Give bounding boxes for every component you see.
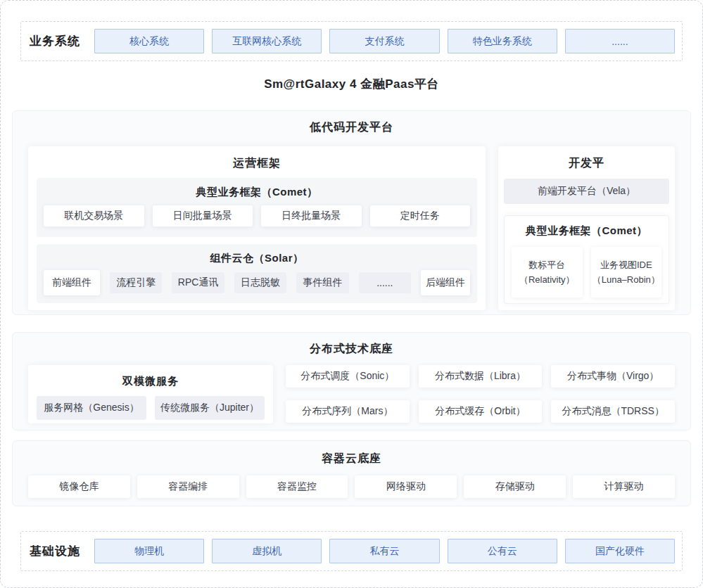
component-button-event[interactable]: 事件组件 <box>296 272 348 293</box>
lowcode-platform-section: 低代码开发平台 运营框架 典型业务框架（Comet） 联机交易场景 日间批量场景… <box>12 110 691 315</box>
dev-platform-title: 开发平 <box>498 146 675 172</box>
distributed-base-body: 双模微服务 服务网格（Genesis） 传统微服务（Jupiter） 分布式调度… <box>28 365 675 423</box>
distributed-services-grid: 分布式调度（Sonic） 分布式数据（Libra） 分布式事物（Virgo） 分… <box>286 365 675 423</box>
luna-robin-ide-code: （Luna–Robin） <box>593 272 660 287</box>
container-cloud-buttons-row: 镜像仓库 容器编排 容器监控 网络驱动 存储驱动 计算驱动 <box>28 475 675 498</box>
business-systems-strip: 业务系统 核心系统 互联网核心系统 支付系统 特色业务系统 ...... <box>20 21 683 61</box>
distributed-data-libra-button[interactable]: 分布式数据（Libra） <box>419 365 543 388</box>
compute-driver-button[interactable]: 计算驱动 <box>573 475 675 498</box>
distributed-sequence-mars-button[interactable]: 分布式序列（Mars） <box>286 400 410 423</box>
storage-driver-button[interactable]: 存储驱动 <box>464 475 566 498</box>
page-title: Sm@rtGalaxy 4 金融Paas平台 <box>1 76 702 92</box>
lowcode-platform-title: 低代码开发平台 <box>13 111 690 135</box>
dual-mode-microservice-panel: 双模微服务 服务网格（Genesis） 传统微服务（Jupiter） <box>28 365 273 423</box>
private-cloud-button[interactable]: 私有云 <box>329 539 439 563</box>
physical-machine-button[interactable]: 物理机 <box>94 539 204 563</box>
dev-tool-buttons-row: 数标平台 （Relativity） 业务视图IDE （Luna–Robin） <box>512 247 661 298</box>
dev-platform-panel: 开发平 前端开发平台（Vela） 典型业务框架（Comet） 数标平台 （Rel… <box>498 146 675 310</box>
container-cloud-section: 容器云底座 镜像仓库 容器编排 容器监控 网络驱动 存储驱动 计算驱动 <box>12 440 691 506</box>
scene-button-endday-batch[interactable]: 日终批量场景 <box>261 205 362 226</box>
virtual-machine-button[interactable]: 虚拟机 <box>212 539 322 563</box>
business-systems-buttons: 核心系统 互联网核心系统 支付系统 特色业务系统 ...... <box>94 29 675 53</box>
typical-business-framework-box: 典型业务框架（Comet） 联机交易场景 日间批量场景 日终批量场景 定时任务 <box>37 178 477 237</box>
relativity-platform-name: 数标平台 <box>528 257 565 272</box>
infrastructure-label: 基础设施 <box>21 543 94 559</box>
operation-framework-panel: 运营框架 典型业务框架（Comet） 联机交易场景 日间批量场景 日终批量场景 … <box>28 146 486 310</box>
vela-frontend-platform-button[interactable]: 前端开发平台（Vela） <box>504 179 669 204</box>
container-monitoring-button[interactable]: 容器监控 <box>246 475 348 498</box>
dev-typical-business-framework-title: 典型业务框架（Comet） <box>505 216 669 238</box>
public-cloud-button[interactable]: 公有云 <box>448 539 557 563</box>
component-buttons-row: 前端组件 流程引擎 RPC通讯 日志脱敏 事件组件 ...... 后端组件 <box>44 269 470 296</box>
container-orchestration-button[interactable]: 容器编排 <box>137 475 239 498</box>
component-button-frontend[interactable]: 前端组件 <box>44 270 100 295</box>
domestic-hardware-button[interactable]: 国产化硬件 <box>565 539 675 563</box>
operation-framework-title: 运营框架 <box>28 146 486 172</box>
dual-mode-buttons-row: 服务网格（Genesis） 传统微服务（Jupiter） <box>37 396 265 420</box>
component-cloud-title: 组件云仓（Solar） <box>37 244 477 266</box>
distributed-transaction-virgo-button[interactable]: 分布式事物（Virgo） <box>551 365 675 388</box>
component-cloud-box: 组件云仓（Solar） 前端组件 流程引擎 RPC通讯 日志脱敏 事件组件 ..… <box>37 244 477 303</box>
business-system-button-internet-core[interactable]: 互联网核心系统 <box>212 29 322 53</box>
component-button-rpc[interactable]: RPC通讯 <box>172 272 224 293</box>
business-system-button-special[interactable]: 特色业务系统 <box>448 29 557 53</box>
network-driver-button[interactable]: 网络驱动 <box>355 475 457 498</box>
component-button-backend[interactable]: 后端组件 <box>421 270 470 295</box>
distributed-message-tdrss-button[interactable]: 分布式消息（TDRSS） <box>551 400 675 423</box>
distributed-base-section: 分布式技术底座 双模微服务 服务网格（Genesis） 传统微服务（Jupite… <box>12 332 691 430</box>
luna-robin-ide-button[interactable]: 业务视图IDE （Luna–Robin） <box>591 247 662 298</box>
container-cloud-title: 容器云底座 <box>13 441 690 466</box>
lowcode-platform-body: 运营框架 典型业务框架（Comet） 联机交易场景 日间批量场景 日终批量场景 … <box>28 146 675 310</box>
business-systems-label: 业务系统 <box>21 33 94 49</box>
dev-typical-business-framework-box: 典型业务框架（Comet） 数标平台 （Relativity） 业务视图IDE … <box>504 215 669 304</box>
architecture-diagram: 业务系统 核心系统 互联网核心系统 支付系统 特色业务系统 ...... Sm@… <box>0 0 703 588</box>
distributed-cache-orbit-button[interactable]: 分布式缓存（Orbit） <box>419 400 543 423</box>
dual-mode-microservice-title: 双模微服务 <box>28 365 273 390</box>
business-system-button-payment[interactable]: 支付系统 <box>329 29 439 53</box>
scene-button-daytime-batch[interactable]: 日间批量场景 <box>153 205 253 226</box>
luna-robin-ide-name: 业务视图IDE <box>600 257 652 272</box>
business-system-button-core[interactable]: 核心系统 <box>94 29 204 53</box>
image-registry-button[interactable]: 镜像仓库 <box>28 475 130 498</box>
scene-button-online-trade[interactable]: 联机交易场景 <box>44 205 144 226</box>
traditional-microservice-jupiter-button[interactable]: 传统微服务（Jupiter） <box>155 396 265 420</box>
service-mesh-genesis-button[interactable]: 服务网格（Genesis） <box>37 396 146 420</box>
distributed-scheduling-sonic-button[interactable]: 分布式调度（Sonic） <box>286 365 410 388</box>
business-system-button-more[interactable]: ...... <box>565 29 675 53</box>
component-button-more[interactable]: ...... <box>359 272 411 293</box>
scene-button-timed-task[interactable]: 定时任务 <box>370 205 471 226</box>
relativity-platform-code: （Relativity） <box>519 272 575 287</box>
component-button-log-masking[interactable]: 日志脱敏 <box>234 272 286 293</box>
scene-buttons-row: 联机交易场景 日间批量场景 日终批量场景 定时任务 <box>44 205 470 226</box>
relativity-platform-button[interactable]: 数标平台 （Relativity） <box>512 247 583 298</box>
infrastructure-buttons: 物理机 虚拟机 私有云 公有云 国产化硬件 <box>94 539 675 563</box>
distributed-base-title: 分布式技术底座 <box>13 333 690 357</box>
typical-business-framework-title: 典型业务框架（Comet） <box>37 178 477 200</box>
infrastructure-strip: 基础设施 物理机 虚拟机 私有云 公有云 国产化硬件 <box>20 531 683 571</box>
component-button-process-engine[interactable]: 流程引擎 <box>110 272 162 293</box>
